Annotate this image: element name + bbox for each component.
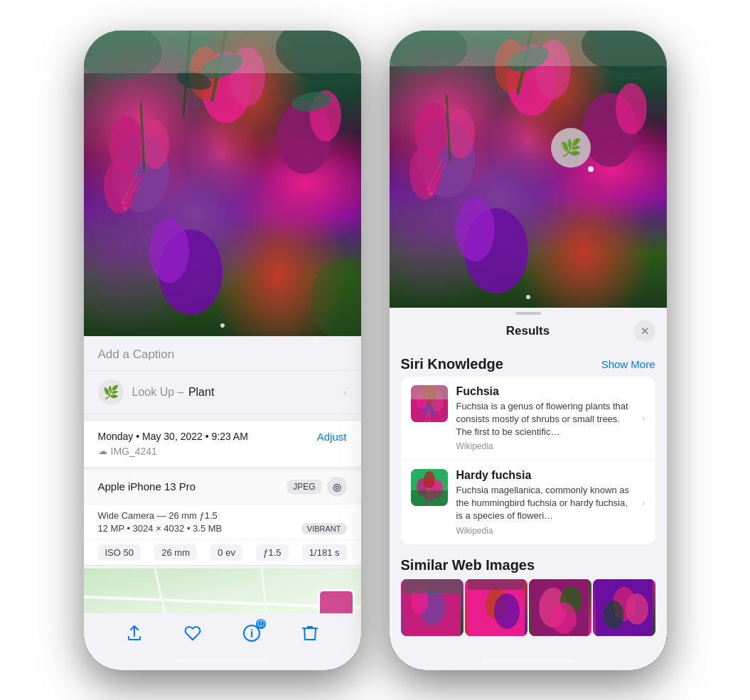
results-title: Results: [422, 324, 634, 338]
lookup-dot: [588, 166, 594, 172]
caption-placeholder[interactable]: Add a Caption: [98, 348, 175, 361]
siri-knowledge-header: Siri Knowledge Show More: [390, 349, 667, 377]
format-badge: JPEG: [287, 480, 321, 494]
svg-point-22: [126, 204, 130, 208]
svg-point-20: [121, 200, 125, 205]
spec-line-1: Wide Camera — 26 mm ƒ1.5: [98, 510, 347, 521]
svg-point-36: [251, 629, 252, 630]
web-image-4[interactable]: [593, 579, 655, 636]
svg-point-26: [311, 258, 361, 336]
svg-point-2: [141, 119, 169, 169]
left-phone: Add a Caption 🌿 Look Up – Plant › Monday…: [84, 31, 361, 670]
info-badge: ⓘ: [256, 619, 266, 629]
right-photo-area[interactable]: 🌿: [390, 31, 667, 308]
lookup-row[interactable]: 🌿 Look Up – Plant ›: [84, 371, 361, 414]
photo-area[interactable]: [84, 31, 361, 336]
exif-ev: 0 ev: [210, 544, 242, 561]
fuchsia-description: Fuchsia is a genus of flowering plants t…: [456, 400, 631, 439]
vibrant-badge: VIBRANT: [301, 523, 347, 534]
svg-rect-75: [411, 490, 448, 506]
camera-specs: Wide Camera — 26 mm ƒ1.5 12 MP • 3024 × …: [84, 504, 361, 539]
web-images-row: [390, 579, 667, 636]
visual-lookup-button[interactable]: 🌿: [551, 128, 591, 168]
location-icon: ◎: [327, 477, 347, 497]
results-header: Results ✕: [390, 308, 667, 349]
svg-point-45: [616, 83, 647, 134]
svg-point-87: [551, 603, 577, 634]
web-images-section: Similar Web Images: [390, 550, 667, 636]
caption-area[interactable]: Add a Caption: [84, 336, 361, 371]
hardy-fuchsia-description: Fuchsia magellanica, commonly known as t…: [456, 484, 631, 523]
svg-point-54: [429, 192, 433, 196]
home-indicator: [176, 659, 269, 663]
photo-date: Monday • May 30, 2022 • 9:23 AM: [98, 431, 248, 442]
hardy-fuchsia-title: Hardy fuchsia: [456, 469, 631, 482]
svg-point-39: [446, 109, 475, 158]
svg-rect-83: [468, 579, 525, 590]
svg-point-47: [455, 198, 495, 262]
toolbar: ⓘ: [84, 613, 361, 653]
metadata-section: Monday • May 30, 2022 • 9:23 AM Adjust ☁…: [84, 420, 361, 468]
lookup-chevron-icon: ›: [343, 387, 347, 398]
spec-line-2: 12 MP • 3024 × 4032 • 3.5 MB VIBRANT: [98, 523, 347, 534]
svg-point-53: [427, 186, 431, 190]
info-section: Add a Caption 🌿 Look Up – Plant › Monday…: [84, 336, 361, 632]
exif-focal: 26 mm: [154, 544, 197, 561]
svg-point-91: [626, 593, 648, 625]
adjust-button[interactable]: Adjust: [317, 431, 347, 443]
device-row: Apple iPhone 13 Pro JPEG ◎: [84, 470, 361, 504]
svg-point-82: [494, 593, 520, 629]
info-button[interactable]: ⓘ: [239, 620, 264, 646]
web-images-title: Similar Web Images: [390, 554, 667, 579]
delete-button[interactable]: [297, 620, 323, 646]
hardy-fuchsia-content: Hardy fuchsia Fuchsia magellanica, commo…: [456, 469, 631, 536]
knowledge-card: Fuchsia Fuchsia is a genus of flowering …: [401, 377, 655, 544]
filename: IMG_4241: [111, 446, 157, 457]
right-page-indicator: [526, 295, 530, 299]
fuchsia-chevron-icon: ›: [642, 412, 645, 424]
right-home-indicator: [482, 659, 574, 663]
fuchsia-source: Wikipedia: [456, 441, 631, 451]
exif-row: ISO 50 26 mm 0 ev ƒ1.5 1/181 s: [84, 539, 361, 565]
exif-aperture: ƒ1.5: [256, 544, 288, 561]
lookup-label: Look Up – Plant: [132, 386, 215, 399]
favorite-button[interactable]: [180, 620, 205, 646]
page-indicator: [220, 323, 225, 328]
right-phone: 🌿 Results ✕ Siri Knowledge Show More: [390, 31, 667, 670]
svg-point-72: [424, 471, 435, 488]
fuchsia-title: Fuchsia: [456, 385, 631, 398]
device-name: Apple iPhone 13 Pro: [98, 480, 196, 492]
siri-knowledge-title: Siri Knowledge: [401, 356, 503, 372]
fuchsia-thumbnail: [411, 385, 448, 422]
show-more-button[interactable]: Show More: [601, 358, 655, 370]
svg-point-57: [582, 31, 667, 73]
exif-iso: ISO 50: [98, 544, 141, 561]
svg-point-10: [149, 219, 189, 283]
drag-handle[interactable]: [515, 312, 541, 315]
knowledge-item-fuchsia[interactable]: Fuchsia Fuchsia is a genus of flowering …: [401, 377, 655, 461]
cloud-icon: ☁: [98, 446, 107, 456]
svg-point-56: [390, 31, 468, 73]
knowledge-item-hardy-fuchsia[interactable]: Hardy fuchsia Fuchsia magellanica, commo…: [401, 461, 655, 544]
web-image-3[interactable]: [529, 579, 591, 636]
device-badges: JPEG ◎: [287, 477, 346, 497]
hardy-fuchsia-chevron-icon: ›: [642, 497, 645, 508]
filename-row: ☁ IMG_4241: [98, 446, 347, 457]
exif-shutter: 1/181 s: [302, 544, 347, 561]
share-button[interactable]: [122, 620, 147, 646]
results-panel: Results ✕ Siri Knowledge Show More: [390, 308, 667, 636]
hardy-fuchsia-thumbnail: [411, 469, 448, 506]
hardy-fuchsia-source: Wikipedia: [456, 526, 631, 536]
svg-rect-67: [411, 385, 448, 399]
close-button[interactable]: ✕: [634, 321, 655, 342]
fuchsia-content: Fuchsia Fuchsia is a genus of flowering …: [456, 385, 631, 452]
svg-rect-79: [404, 579, 461, 593]
device-section: Apple iPhone 13 Pro JPEG ◎ Wide Camera —…: [84, 469, 361, 566]
web-image-2[interactable]: [465, 579, 527, 636]
svg-point-90: [604, 601, 623, 629]
web-image-1[interactable]: [401, 579, 464, 636]
lookup-icon: 🌿: [98, 379, 124, 405]
